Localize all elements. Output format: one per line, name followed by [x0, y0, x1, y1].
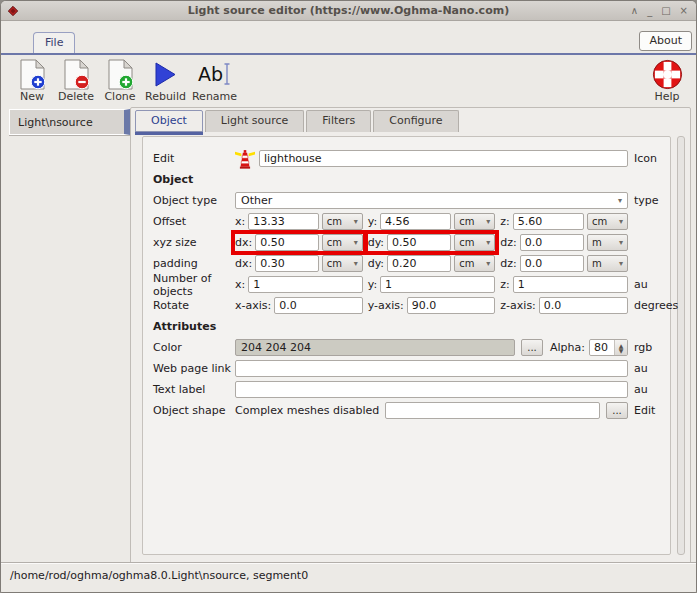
- attributes-section-header: Attributes: [153, 320, 216, 333]
- object-shape-browse-button[interactable]: ...: [606, 402, 628, 419]
- rotate-row: Rotate x-axis: y-axis: z-axis: de: [153, 297, 670, 314]
- minimize-window-icon[interactable]: _: [647, 6, 652, 16]
- rename-button[interactable]: Ab Rename: [192, 58, 237, 103]
- padding-dy-unit-select[interactable]: cm▾: [454, 255, 495, 272]
- rotate-y-input[interactable]: [407, 297, 496, 314]
- xyz-size-dy-input[interactable]: [387, 234, 451, 251]
- close-window-icon[interactable]: ×: [680, 6, 688, 16]
- offset-x-unit-select[interactable]: cm▾: [322, 213, 363, 230]
- tab-filters[interactable]: Filters: [306, 110, 371, 132]
- rotate-z-input[interactable]: [539, 297, 628, 314]
- text-label-label: Text label: [153, 383, 235, 396]
- tab-object[interactable]: Object: [135, 110, 203, 132]
- chevron-down-icon: ▾: [619, 238, 623, 247]
- padding-dz-unit-select[interactable]: m▾: [587, 255, 628, 272]
- object-shape-status: Complex meshes disabled: [235, 404, 379, 417]
- chevron-down-icon: ▾: [486, 238, 490, 247]
- object-name-input[interactable]: [259, 150, 628, 167]
- xyz-size-dy-unit-select[interactable]: cm▾: [454, 234, 495, 251]
- window-controls: ∧ _ □ ×: [631, 1, 688, 21]
- clone-button[interactable]: Clone: [101, 58, 139, 103]
- window-title: Light source editor (https://www.Oghma-N…: [1, 4, 696, 17]
- offset-y-unit-select[interactable]: cm▾: [454, 213, 495, 230]
- web-page-link-row: Web page link au: [153, 360, 670, 377]
- lighthouse-icon[interactable]: [235, 148, 255, 170]
- xyz-size-dz-group: dz: m▾: [500, 234, 628, 251]
- file-menu-tab[interactable]: File: [33, 32, 75, 53]
- offset-z-input[interactable]: [513, 213, 584, 230]
- spinner-arrows-icon[interactable]: ▲▼: [614, 340, 627, 355]
- help-button[interactable]: Help: [648, 58, 686, 103]
- xyz-size-dz-input[interactable]: [520, 234, 584, 251]
- offset-z-group: z: cm▾: [500, 213, 628, 230]
- tab-configure[interactable]: Configure: [373, 110, 458, 132]
- color-browse-button[interactable]: ...: [521, 339, 543, 356]
- rebuild-button[interactable]: Rebuild: [145, 58, 186, 103]
- xyz-size-dz-unit-select[interactable]: m▾: [587, 234, 628, 251]
- number-y-input[interactable]: [380, 276, 495, 293]
- padding-dx-input[interactable]: [255, 255, 318, 272]
- object-type-select[interactable]: Other ▾: [235, 192, 628, 209]
- web-page-link-unit-label: au: [634, 362, 648, 375]
- toolbar: New Delete Clone Rebuild Ab Rename: [1, 55, 696, 105]
- rotate-z-prefix: z-axis:: [500, 299, 536, 312]
- number-y-prefix: y:: [368, 278, 377, 291]
- number-z-input[interactable]: [513, 276, 628, 293]
- clone-document-icon: [107, 58, 134, 90]
- clone-button-label: Clone: [104, 90, 135, 103]
- xyz-size-dx-unit-select[interactable]: cm▾: [322, 234, 363, 251]
- rotate-unit-label: degrees: [634, 299, 678, 312]
- offset-x-input[interactable]: [248, 213, 318, 230]
- padding-dx-prefix: dx:: [235, 257, 252, 270]
- alpha-spinbox[interactable]: ▲▼: [589, 339, 628, 356]
- tab-light-source[interactable]: Light source: [205, 110, 304, 132]
- object-type-value: Other: [241, 194, 272, 207]
- padding-dz-input[interactable]: [520, 255, 584, 272]
- object-tab-content: Edit Icon Object Object type Other: [142, 136, 671, 555]
- edit-row: Edit Icon: [153, 150, 670, 167]
- new-button[interactable]: New: [13, 58, 51, 103]
- number-x-prefix: x:: [235, 278, 245, 291]
- object-shape-input[interactable]: [385, 402, 600, 419]
- sidebar-item-light-source[interactable]: Light\nsource: [9, 109, 130, 135]
- color-swatch-button[interactable]: 204 204 204: [235, 339, 515, 356]
- number-z-prefix: z:: [500, 278, 509, 291]
- object-type-row: Object type Other ▾ type: [153, 192, 670, 209]
- web-page-link-input[interactable]: [235, 360, 628, 377]
- color-unit-label: rgb: [634, 341, 652, 354]
- number-x-input[interactable]: [248, 276, 362, 293]
- object-shape-row: Object shape Complex meshes disabled ...…: [153, 402, 670, 419]
- rotate-x-input[interactable]: [274, 297, 362, 314]
- padding-row: padding dx: cm▾ dy: cm▾ dz:: [153, 255, 670, 272]
- editor-panel: Object Light source Filters Configure Ed…: [130, 107, 691, 564]
- padding-label: padding: [153, 257, 235, 270]
- segment-list: Light\nsource: [9, 109, 130, 560]
- xyz-size-dy-group-highlighted: dy: cm▾: [368, 234, 496, 251]
- offset-z-unit-select[interactable]: cm▾: [587, 213, 628, 230]
- xyz-size-dx-input[interactable]: [255, 234, 318, 251]
- object-shape-edit-label: Edit: [634, 404, 655, 417]
- vertical-scrollbar[interactable]: [677, 136, 685, 555]
- about-button[interactable]: About: [639, 31, 692, 51]
- chevron-down-icon: ▾: [486, 217, 490, 226]
- maximize-window-icon[interactable]: □: [661, 6, 670, 16]
- offset-y-input[interactable]: [380, 213, 451, 230]
- padding-dx-unit-select[interactable]: cm▾: [322, 255, 363, 272]
- delete-button[interactable]: Delete: [57, 58, 95, 103]
- rename-text-cursor-icon: Ab: [198, 58, 231, 90]
- shade-window-icon[interactable]: ∧: [631, 6, 638, 16]
- text-label-input[interactable]: [235, 381, 628, 398]
- new-document-icon: [19, 58, 46, 90]
- rotate-y-group: y-axis:: [368, 297, 496, 314]
- padding-dz-group: dz: m▾: [500, 255, 628, 272]
- rotate-label: Rotate: [153, 299, 235, 312]
- xyz-size-label: xyz size: [153, 236, 235, 249]
- padding-dy-prefix: dy:: [368, 257, 384, 270]
- status-path-text: /home/rod/oghma/oghma8.0.Light\nsource, …: [10, 569, 308, 582]
- object-section-header-row: Object: [153, 171, 670, 188]
- alpha-input[interactable]: [590, 340, 614, 355]
- offset-x-group: x: cm▾: [235, 213, 363, 230]
- object-type-unit-label: type: [634, 194, 659, 207]
- padding-dy-input[interactable]: [387, 255, 451, 272]
- object-section-header: Object: [153, 173, 235, 186]
